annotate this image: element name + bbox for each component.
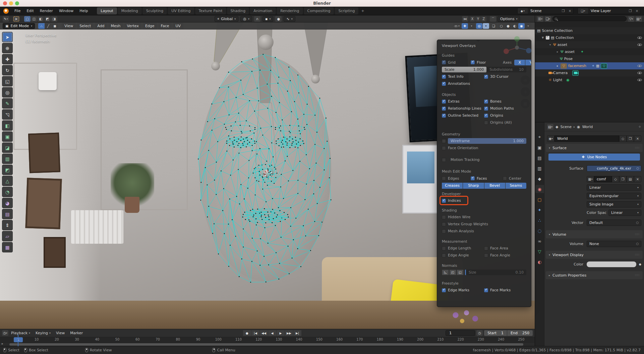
menubar-menu[interactable]: Window — [56, 8, 76, 14]
face-select-icon[interactable]: ◼ — [52, 23, 58, 29]
viewport-menu[interactable]: Face — [158, 23, 172, 29]
viewport-tool-button[interactable]: ▦ — [2, 242, 13, 252]
workspace-tab[interactable]: Scripting — [335, 7, 358, 14]
viewport-tool-button[interactable]: ▣ — [2, 131, 13, 142]
snap-toggle-icon[interactable]: ∩ — [254, 16, 260, 22]
snap-settings-dropdown[interactable]: ▪▾ — [262, 16, 273, 22]
world-name-field[interactable]: World — [554, 135, 619, 142]
grid-subdivisions-slider[interactable]: Subdivisions10 — [487, 67, 526, 72]
snap-curve-icon[interactable]: ⌒ — [490, 16, 496, 22]
viewport-tool-button[interactable]: ▥ — [2, 154, 13, 164]
cursor-3d-checkbox[interactable]: 3D Cursor — [484, 73, 526, 80]
grid-checkbox[interactable]: Grid — [442, 59, 471, 66]
properties-tab[interactable]: ▥ — [535, 164, 544, 172]
grid-scale-slider[interactable]: Scale1.000 — [442, 67, 486, 72]
vertex-group-weights-checkbox[interactable]: Vertex Group Weights — [437, 221, 531, 228]
viewport-tool-button[interactable]: ▤ — [2, 209, 13, 219]
marker-menu[interactable]: Marker — [67, 330, 85, 336]
fake-user-icon[interactable]: ◇ — [619, 135, 627, 142]
menubar-menu[interactable]: Help — [76, 8, 91, 14]
viewport-tool-button[interactable]: ◔ — [2, 187, 13, 197]
playback-button[interactable]: ▶ — [277, 330, 285, 336]
properties-tab[interactable]: ∴ — [535, 216, 544, 224]
select-mode-subtract-icon[interactable]: ◧ — [38, 16, 44, 22]
viewport-tool-button[interactable]: ✎ — [2, 98, 13, 109]
viewport-tool-button[interactable]: ✚ — [2, 54, 13, 64]
playback-button[interactable]: ◀◀ — [260, 330, 268, 336]
properties-tab[interactable]: ◆ — [535, 175, 544, 183]
viewport-tool-button[interactable]: ◩ — [2, 165, 13, 175]
use-preview-range-icon[interactable]: ◷ — [476, 330, 483, 336]
faces-checkbox[interactable]: Faces — [471, 175, 503, 182]
wireframe-slider[interactable]: Wireframe1.000 — [448, 138, 526, 144]
properties-tab[interactable]: ⌖ — [535, 133, 544, 141]
viewport-tool-button[interactable]: ◧ — [2, 120, 13, 131]
axis-x-toggle[interactable]: X — [514, 60, 525, 65]
playback-menu[interactable]: Playback▾ — [8, 330, 33, 336]
view-menu[interactable]: View — [53, 330, 67, 336]
filter-dropdown[interactable]: ▽▾ — [628, 16, 634, 22]
shading-dropdown-icon[interactable]: ▾ — [525, 23, 531, 29]
start-frame-field[interactable]: Start1 — [484, 330, 507, 336]
properties-tab[interactable]: ▽ — [535, 247, 544, 255]
decimate-icon[interactable]: ▦ — [596, 64, 599, 68]
origins-all-checkbox[interactable]: Origins (All) — [484, 119, 526, 126]
edge-marks-checkbox[interactable]: Edge Marks — [442, 287, 484, 294]
viewport-tool-button[interactable]: ⇕ — [2, 220, 13, 230]
delete-view-layer-icon[interactable]: × — [634, 8, 640, 14]
outliner-row-scene-collection[interactable]: ▤ Scene Collection — [535, 27, 644, 34]
viewport-tool-button[interactable]: ◱ — [2, 76, 13, 86]
properties-tab[interactable]: ▢ — [535, 195, 544, 203]
display-mode-dropdown[interactable]: ☰▾ — [537, 16, 543, 22]
text-info-checkbox[interactable]: Text Info — [442, 73, 484, 80]
pivot-point-dropdown[interactable]: ◎▾ — [240, 16, 252, 22]
browse-world-icon[interactable]: ◉▾ — [547, 135, 554, 142]
mirror-axis-toggle[interactable]: Z — [481, 16, 486, 22]
vertex-select-icon[interactable]: ∴ — [38, 23, 45, 29]
projection-dropdown[interactable]: Equirectangular▾ — [587, 193, 641, 199]
vector-field[interactable]: Default○ — [587, 220, 641, 226]
active-tool-falloff-icon[interactable]: ✎▾ — [3, 16, 9, 22]
unlink-datablock-icon[interactable]: × — [634, 135, 641, 142]
hidden-wire-checkbox[interactable]: Hidden Wire — [437, 214, 531, 221]
outliner-row-light[interactable]: ☼ Light ◉ — [535, 76, 644, 83]
hide-icon[interactable] — [637, 43, 642, 47]
playback-button[interactable]: ● — [243, 330, 251, 336]
outliner-row-asset-armature[interactable]: ▾ Ψ asset — [535, 41, 644, 48]
add-workspace-button[interactable]: + — [358, 7, 367, 14]
modifier-wrench-icon[interactable]: ✦ — [592, 64, 595, 68]
world-crumb[interactable]: World — [582, 125, 593, 129]
close-window-icon[interactable] — [3, 1, 7, 5]
annotations-checkbox[interactable]: Annotations — [437, 80, 531, 87]
outliner-search-input[interactable] — [552, 16, 627, 21]
playback-button[interactable]: |◀ — [251, 330, 259, 336]
expand-icon[interactable]: ▼ — [541, 36, 544, 39]
center-checkbox[interactable]: Center — [503, 175, 526, 182]
properties-tab[interactable]: ◐ — [535, 258, 544, 266]
delete-scene-icon[interactable]: × — [567, 8, 573, 14]
hide-icon[interactable] — [637, 78, 642, 82]
mesh-analysis-checkbox[interactable]: Mesh Analysis — [437, 228, 531, 235]
new-scene-icon[interactable]: ❐ — [560, 8, 567, 14]
viewport-tool-button[interactable]: ➤ — [2, 32, 13, 42]
mesh-edit-flag-button[interactable]: Creases — [442, 183, 463, 189]
vertex-normals-icon[interactable]: ◺ — [442, 270, 449, 275]
properties-tab[interactable]: ∞ — [535, 237, 544, 245]
playback-button[interactable]: ▶| — [293, 330, 301, 336]
face-area-checkbox[interactable]: Face Area — [484, 245, 526, 252]
image-source-dropdown[interactable]: Single Image▾ — [587, 201, 641, 208]
gizmo-toggle-icon[interactable]: ✚ — [462, 23, 468, 29]
scene-selector[interactable]: ◆▾ Scene ❐ × — [517, 8, 574, 14]
menubar-menu[interactable]: Render — [37, 8, 56, 14]
color-space-dropdown[interactable]: Linear▾ — [608, 210, 641, 216]
viewport-menu[interactable]: Mesh — [108, 23, 123, 29]
face-orientation-checkbox[interactable]: Face Orientation — [437, 144, 531, 152]
new-view-layer-icon[interactable]: ❐ — [627, 8, 634, 14]
playback-button[interactable]: ◀ — [268, 330, 276, 336]
mesh-edit-flag-button[interactable]: Seams — [506, 183, 526, 189]
surface-shader-field[interactable]: comfy_cafe_4k.exr○ — [587, 165, 641, 172]
viewport-menu[interactable]: Select — [77, 23, 94, 29]
workspace-tab[interactable]: Layout — [97, 7, 117, 14]
current-frame-field[interactable]: 1 — [446, 330, 475, 336]
playback-button[interactable]: ▶▶ — [285, 330, 293, 336]
